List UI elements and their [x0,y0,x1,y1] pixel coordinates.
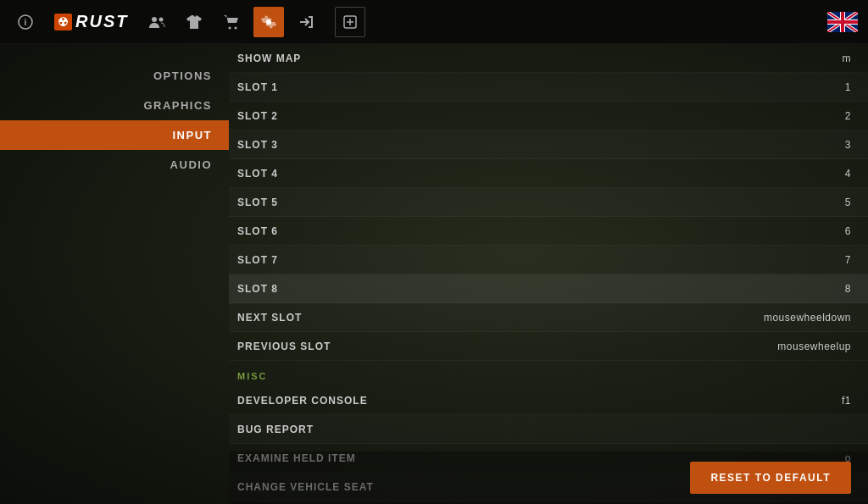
sidebar-item-input[interactable]: INPUT [0,120,229,150]
keybind-label-slot7: SLOT 7 [237,254,278,266]
keybind-value-slot2: 2 [845,110,851,122]
svg-point-5 [235,26,237,29]
keybind-row-slot8[interactable]: SLOT 8 8 [229,274,868,303]
keybind-row-showmap[interactable]: SHOW MAP m [229,44,868,73]
svg-point-2 [152,17,157,22]
rust-logo: ☢ RUST [54,12,128,31]
sidebar-item-graphics[interactable]: GRAPHICS [0,91,229,120]
sidebar-item-options[interactable]: OPTIONS [0,61,229,91]
keybind-value-slot1: 1 [845,81,851,93]
keybind-row-nextslot[interactable]: NEXT SLOT mousewheeldown [229,303,868,332]
keybind-label-bugreport: BUG REPORT [237,424,314,435]
keybind-value-showmap: m [843,53,852,64]
misc-section-label: MISC [237,371,268,381]
keybind-list[interactable]: SHOW MAP m SLOT 1 1 SLOT 2 2 SLOT 3 3 SL… [229,44,868,504]
shirt-icon[interactable] [179,7,209,37]
keybind-label-slot1: SLOT 1 [237,81,278,93]
keybind-row-bugreport[interactable]: BUG REPORT [229,415,868,444]
keybind-row-slot7[interactable]: SLOT 7 7 [229,246,868,274]
info-icon[interactable]: i [10,7,41,37]
keybind-value-slot5: 5 [845,197,851,208]
svg-point-3 [159,17,164,21]
keybind-label-prevslot: PREVIOUS SLOT [237,341,331,352]
keybind-value-slot4: 4 [845,168,851,180]
rust-brand-icon: ☢ [54,14,72,30]
keybind-value-nextslot: mousewheeldown [764,312,851,324]
svg-text:i: i [25,18,27,27]
keybind-row-slot4[interactable]: SLOT 4 4 [229,159,868,188]
topbar-right [827,7,858,37]
steam-icon[interactable] [335,7,365,37]
keybind-row-slot2[interactable]: SLOT 2 2 [229,102,868,130]
topbar-left: i ☢ RUST [10,7,365,37]
settings-icon[interactable] [253,7,284,37]
keybind-label-slot3: SLOT 3 [237,139,278,151]
keybind-label-slot2: SLOT 2 [237,110,278,122]
uk-flag-icon [827,12,858,32]
keybind-row-devconsole[interactable]: DEVELOPER CONSOLE f1 [229,386,868,415]
people-icon[interactable] [142,7,172,37]
keybind-value-slot6: 6 [845,225,851,237]
rust-logo-text: RUST [75,12,128,31]
reset-to-default-button[interactable]: RESET TO DEFAULT [690,462,851,494]
main-content: OPTIONS GRAPHICS INPUT AUDIO SHOW MAP m … [0,44,868,504]
keybind-row-slot1[interactable]: SLOT 1 1 [229,73,868,102]
keybind-label-devconsole: DEVELOPER CONSOLE [237,395,368,407]
keybind-value-slot8: 8 [845,283,851,295]
topbar: i ☢ RUST [0,0,868,44]
keybind-label-slot4: SLOT 4 [237,168,278,180]
keybind-row-slot5[interactable]: SLOT 5 5 [229,188,868,217]
keybind-label-slot5: SLOT 5 [237,197,278,208]
bottom-bar: RESET TO DEFAULT [229,451,868,504]
exit-icon[interactable] [291,7,321,37]
misc-section-header: MISC [229,361,868,386]
cart-icon[interactable] [216,7,247,37]
sidebar-item-audio[interactable]: AUDIO [0,150,229,180]
keybind-row-prevslot[interactable]: PREVIOUS SLOT mousewheelup [229,332,868,361]
keybind-value-slot7: 7 [845,254,851,266]
keybind-value-prevslot: mousewheelup [777,341,851,352]
keybind-row-slot3[interactable]: SLOT 3 3 [229,130,868,159]
keybind-row-slot6[interactable]: SLOT 6 6 [229,217,868,246]
keybind-label-slot6: SLOT 6 [237,225,278,237]
svg-point-4 [229,26,231,29]
keybind-label-slot8: SLOT 8 [237,283,278,295]
keybind-value-slot3: 3 [845,139,851,151]
keybind-label-showmap: SHOW MAP [237,53,301,64]
content-panel: SHOW MAP m SLOT 1 1 SLOT 2 2 SLOT 3 3 SL… [229,44,868,504]
sidebar: OPTIONS GRAPHICS INPUT AUDIO [0,44,229,504]
keybind-label-nextslot: NEXT SLOT [237,312,302,324]
keybind-value-devconsole: f1 [842,395,851,407]
language-flag[interactable] [827,7,858,37]
